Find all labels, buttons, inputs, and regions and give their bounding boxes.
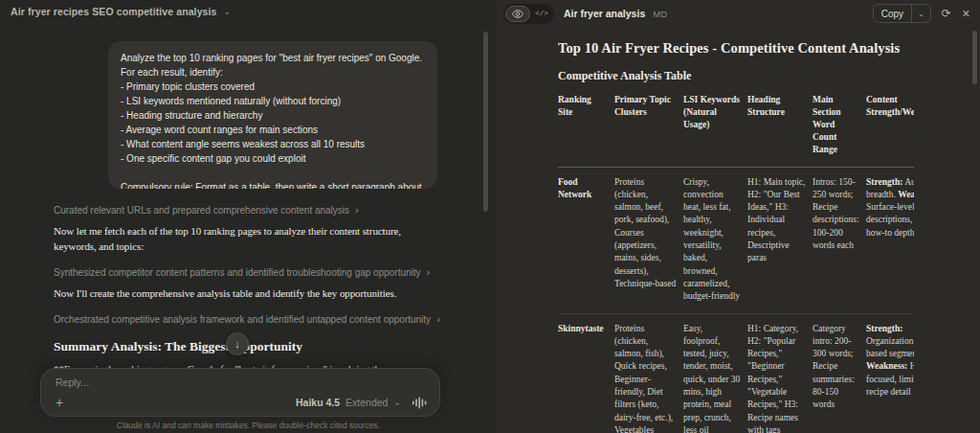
- cell-topic-clusters: Proteins (chicken, salmon, fish), Quick …: [614, 313, 683, 433]
- tool-step-label: Synthesized competitor content patterns …: [54, 267, 421, 278]
- tool-step-synthesized-patterns[interactable]: Synthesized competitor content patterns …: [54, 267, 444, 278]
- cell-lsi-keywords: Easy, foolproof, tested, juicy, tender, …: [683, 313, 747, 433]
- artifact-header: </> Air fryer analysis MD Copy ⌄ ⟳ ✕: [497, 0, 980, 27]
- chevron-right-icon: ›: [436, 314, 440, 325]
- chat-panel: Air fryer recipes SEO competitive analys…: [0, 0, 497, 433]
- tool-step-curated-urls[interactable]: Curated relevant URLs and prepared compr…: [54, 205, 444, 216]
- tool-step-label: Curated relevant URLs and prepared compr…: [54, 205, 349, 216]
- arrow-down-icon: ↓: [234, 339, 240, 350]
- chat-scrollbar-thumb[interactable]: [483, 32, 488, 212]
- scroll-to-bottom-button[interactable]: ↓: [226, 332, 249, 355]
- table-row: Food Network Proteins (chicken, salmon, …: [558, 167, 914, 313]
- conversation-title: Air fryer recipes SEO competitive analys…: [11, 6, 216, 17]
- copy-options-chevron-icon[interactable]: ⌄: [911, 5, 930, 22]
- tool-step-label: Orchestrated competitive analysis framew…: [54, 314, 431, 325]
- weakness-text: Surface-level descriptions, minimal how-…: [866, 202, 914, 238]
- waveform-icon: [412, 397, 427, 409]
- copy-button[interactable]: Copy: [874, 5, 911, 22]
- assistant-paragraph: Now I'll create the comprehensive analys…: [54, 286, 444, 302]
- cell-heading-structure: H1: Main topic, H2: "Our Best Ideas," H3…: [747, 167, 813, 313]
- column-header: Main Section Word Count Range: [813, 92, 866, 167]
- chevron-down-icon: ⌄: [223, 8, 231, 16]
- preview-toggle-button[interactable]: [505, 6, 530, 22]
- column-header: Primary Topic Clusters: [614, 92, 683, 167]
- table-row: Skinnytaste Proteins (chicken, salmon, f…: [558, 313, 914, 433]
- preview-code-toggle: </>: [503, 4, 554, 24]
- reply-composer[interactable]: Reply... + Haiku 4.5 Extended ⌄: [40, 368, 440, 417]
- chevron-right-icon: ›: [427, 267, 431, 278]
- artifact-panel: </> Air fryer analysis MD Copy ⌄ ⟳ ✕ Top…: [497, 0, 980, 433]
- document-title: Top 10 Air Fryer Recipes - Competitive C…: [558, 40, 914, 57]
- cell-lsi-keywords: Crispy, convection heat, less fat, healt…: [683, 167, 747, 313]
- close-icon[interactable]: ✕: [962, 9, 970, 19]
- cell-strength-weakness: Strength: Authority breadth. Weakness: S…: [866, 167, 914, 313]
- chevron-right-icon: ›: [355, 205, 359, 216]
- document-section-heading: Competitive Analysis Table: [558, 69, 914, 83]
- weakness-label: Weakness:: [866, 361, 907, 371]
- weakness-label: Weakness:: [898, 190, 914, 199]
- eye-icon: [512, 10, 523, 18]
- table-header-row: Ranking Site Primary Topic Clusters LSI …: [558, 92, 914, 167]
- cell-strength-weakness: Strength: Organization, diet-based segme…: [866, 313, 914, 433]
- strength-label: Strength:: [866, 177, 902, 187]
- format-badge: MD: [653, 9, 667, 19]
- voice-input-icon[interactable]: [412, 397, 427, 409]
- cell-word-count: Category intro: 200-300 words; Recipe su…: [813, 313, 866, 433]
- tool-step-orchestrated-framework[interactable]: Orchestrated competitive analysis framew…: [54, 314, 444, 325]
- column-header: Heading Structure: [747, 92, 813, 167]
- cell-topic-clusters: Proteins (chicken, salmon, beef, pork, s…: [614, 167, 683, 313]
- copy-button-group: Copy ⌄: [873, 4, 931, 23]
- conversation-title-menu[interactable]: Air fryer recipes SEO competitive analys…: [11, 6, 231, 17]
- model-name-label: Haiku 4.5: [296, 397, 340, 408]
- cell-ranking-site: Food Network: [558, 167, 614, 313]
- column-header: Ranking Site: [558, 92, 614, 167]
- cell-ranking-site: Skinnytaste: [558, 313, 614, 433]
- cell-word-count: Intros: 150-250 words; Recipe descriptio…: [813, 167, 866, 313]
- column-header: Content Strength/Weakness: [866, 92, 914, 167]
- artifact-title: Air fryer analysis: [564, 8, 645, 19]
- cell-heading-structure: H1: Category, H2: "Popular Recipes," "Be…: [747, 313, 813, 433]
- strength-text: Organization, diet-based segmentation: [866, 336, 914, 358]
- reply-input[interactable]: Reply...: [56, 376, 425, 388]
- user-message-bubble: Analyze the top 10 ranking pages for "be…: [108, 41, 437, 189]
- chevron-down-icon: ⌄: [393, 399, 401, 407]
- artifact-actions: Copy ⌄ ⟳ ✕: [873, 4, 970, 23]
- artifact-document: Top 10 Air Fryer Recipes - Competitive C…: [558, 40, 914, 433]
- artifact-scrollbar-thumb[interactable]: [972, 31, 977, 84]
- model-mode-label: Extended: [345, 397, 388, 408]
- add-content-button[interactable]: +: [56, 396, 63, 409]
- refresh-icon[interactable]: ⟳: [942, 8, 951, 19]
- strength-label: Strength:: [866, 324, 902, 333]
- ai-disclaimer: Claude is AI and can make mistakes. Plea…: [0, 421, 497, 430]
- assistant-paragraph: Now let me fetch each of the top 10 rank…: [54, 224, 444, 255]
- column-header: LSI Keywords (Natural Usage): [683, 92, 747, 167]
- composer-toolbar: + Haiku 4.5 Extended ⌄: [56, 396, 427, 409]
- competitive-analysis-table: Ranking Site Primary Topic Clusters LSI …: [558, 92, 914, 433]
- code-toggle-button[interactable]: </>: [531, 6, 552, 22]
- model-selector[interactable]: Haiku 4.5 Extended ⌄: [296, 397, 427, 409]
- summary-heading: Summary Analysis: The Biggest Opportunit…: [54, 339, 444, 354]
